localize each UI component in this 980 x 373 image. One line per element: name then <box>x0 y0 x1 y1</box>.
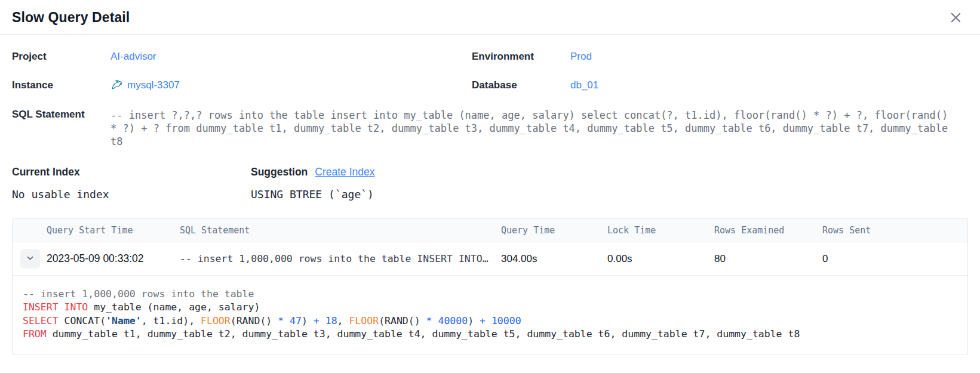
sql-statement-section: SQL Statement -- insert ?,?,? rows into … <box>12 109 968 148</box>
instance-link[interactable]: mysql-3307 <box>127 79 180 91</box>
cell-rows-sent: 0 <box>822 253 967 265</box>
slow-query-table: Query Start Time SQL Statement Query Tim… <box>12 218 968 355</box>
sql-statement-label: SQL Statement <box>12 109 110 148</box>
modal-body: Project AI-advisor Environment Prod Inst… <box>0 51 980 355</box>
create-index-link[interactable]: Create Index <box>315 166 374 178</box>
suggestion-label: Suggestion <box>251 166 308 178</box>
database-label: Database <box>472 79 570 91</box>
project-label: Project <box>12 51 110 63</box>
info-section: Project AI-advisor Environment Prod Inst… <box>12 51 968 91</box>
project-link[interactable]: AI-advisor <box>110 51 156 63</box>
slow-query-detail-modal: Slow Query Detail Project AI-advisor Env… <box>0 0 980 355</box>
column-header-query-time: Query Time <box>501 225 607 236</box>
cell-sql-statement-preview: -- insert 1,000,000 rows into the table … <box>180 253 501 264</box>
index-section: Current Index Suggestion Create Index No… <box>12 166 968 201</box>
close-icon <box>948 10 963 25</box>
cell-lock-time: 0.00s <box>607 253 714 265</box>
expanded-sql-code: -- insert 1,000,000 rows into the tableI… <box>13 275 967 354</box>
suggestion-value: USING BTREE (`age`) <box>251 188 968 201</box>
column-header-sql-statement: SQL Statement <box>180 225 501 236</box>
close-button[interactable] <box>947 9 964 26</box>
field-environment: Environment Prod <box>472 51 968 63</box>
field-database: Database db_01 <box>472 79 968 91</box>
field-project: Project AI-advisor <box>12 51 472 63</box>
environment-link[interactable]: Prod <box>570 51 592 63</box>
current-index-value: No usable index <box>12 188 251 201</box>
mysql-dolphin-icon <box>110 79 123 91</box>
environment-label: Environment <box>472 51 570 63</box>
current-index-label: Current Index <box>12 166 251 178</box>
column-header-rows-examined: Rows Examined <box>714 225 822 236</box>
table-row[interactable]: 2023-05-09 00:33:02 -- insert 1,000,000 … <box>13 242 967 275</box>
column-header-lock-time: Lock Time <box>607 225 714 236</box>
modal-header: Slow Query Detail <box>0 0 980 35</box>
cell-query-time: 304.00s <box>501 253 607 265</box>
sql-statement-text: -- insert ?,?,? rows into the table inse… <box>110 109 953 148</box>
cell-query-start-time: 2023-05-09 00:33:02 <box>47 252 180 265</box>
chevron-down-icon <box>26 254 35 264</box>
table-header-row: Query Start Time SQL Statement Query Tim… <box>13 219 967 242</box>
column-header-query-start-time: Query Start Time <box>47 225 180 236</box>
cell-rows-examined: 80 <box>714 253 822 265</box>
field-instance: Instance mysql-3307 <box>12 79 472 91</box>
instance-label: Instance <box>12 79 110 91</box>
page-title: Slow Query Detail <box>12 10 130 26</box>
column-header-rows-sent: Rows Sent <box>822 225 967 236</box>
collapse-row-button[interactable] <box>20 249 40 269</box>
database-link[interactable]: db_01 <box>570 79 598 91</box>
